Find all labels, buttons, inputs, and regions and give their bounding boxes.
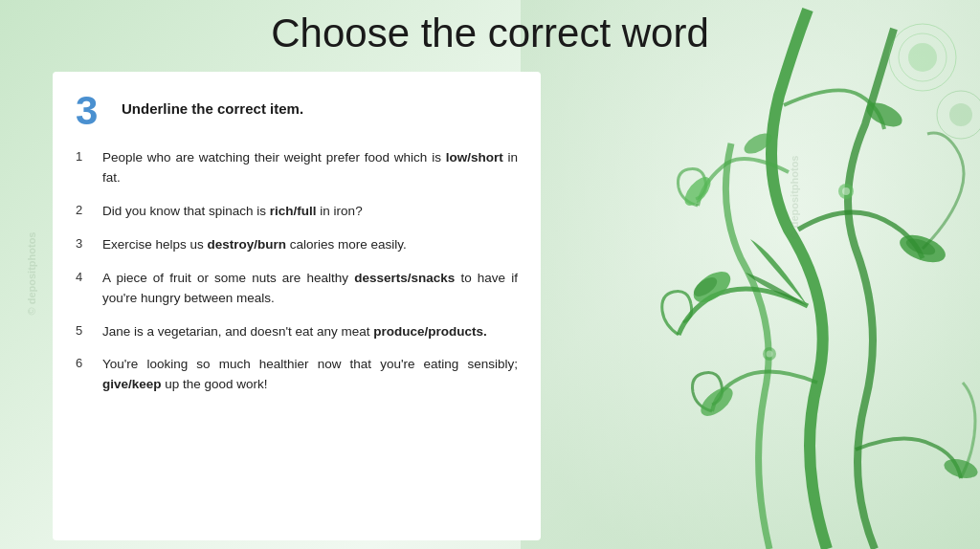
list-item: 3 Exercise helps us destroy/burn calorie… xyxy=(76,235,518,255)
list-item: 6 You're looking so much healthier now t… xyxy=(76,355,518,395)
question-text-1: People who are watching their weight pre… xyxy=(102,148,518,188)
question-number-6: 6 xyxy=(76,355,89,370)
list-item: 2 Did you know that spinach is rich/full… xyxy=(76,202,518,222)
exercise-header: 3 Underline the correct item. xyxy=(76,91,518,131)
question-list: 1 People who are watching their weight p… xyxy=(76,148,518,395)
exercise-number: 3 xyxy=(76,91,110,131)
question-text-3: Exercise helps us destroy/burn calories … xyxy=(102,235,407,255)
question-number-3: 3 xyxy=(76,235,89,251)
question-number-4: 4 xyxy=(76,269,89,284)
page-title: Choose the correct word xyxy=(271,11,709,56)
question-number-1: 1 xyxy=(76,148,89,164)
exercise-instruction: Underline the correct item. xyxy=(122,91,303,117)
svg-point-13 xyxy=(767,351,773,358)
decorative-swirl xyxy=(521,0,980,549)
title-bar: Choose the correct word xyxy=(0,0,980,67)
svg-point-11 xyxy=(842,187,850,195)
list-item: 4 A piece of fruit or some nuts are heal… xyxy=(76,269,518,309)
question-text-5: Jane is a vegetarian, and doesn't eat an… xyxy=(102,322,487,342)
question-number-5: 5 xyxy=(76,322,89,338)
list-item: 1 People who are watching their weight p… xyxy=(76,148,518,188)
question-number-2: 2 xyxy=(76,202,89,217)
question-text-6: You're looking so much healthier now tha… xyxy=(102,355,518,395)
content-card: 3 Underline the correct item. 1 People w… xyxy=(53,72,541,540)
question-text-2: Did you know that spinach is rich/full i… xyxy=(102,202,363,222)
question-text-4: A piece of fruit or some nuts are health… xyxy=(102,269,518,309)
list-item: 5 Jane is a vegetarian, and doesn't eat … xyxy=(76,322,518,342)
svg-point-18 xyxy=(949,103,972,126)
